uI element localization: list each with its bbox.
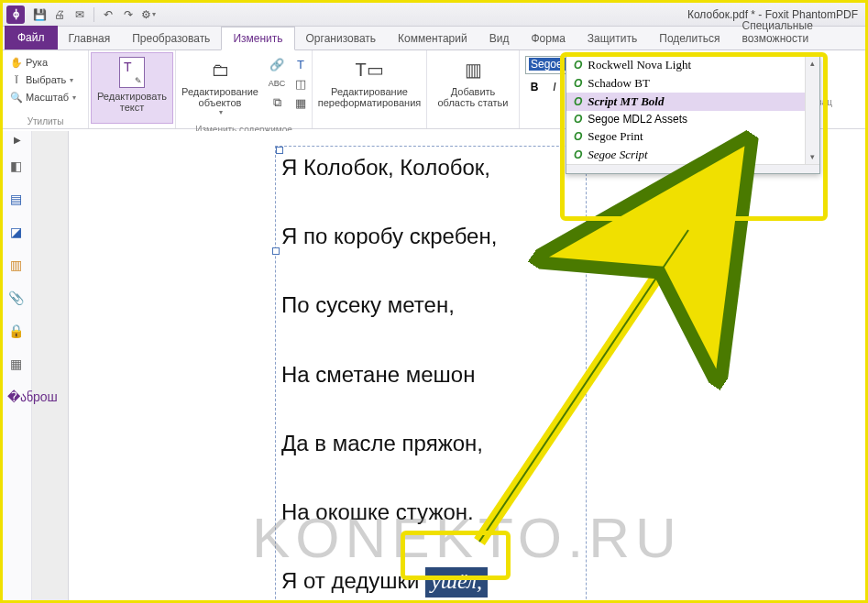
tab-главная[interactable]: Главная xyxy=(58,27,122,49)
qat-separator xyxy=(93,7,94,22)
tab-комментарий[interactable]: Комментарий xyxy=(387,27,478,49)
layers-panel-button[interactable]: ◪ xyxy=(7,225,24,241)
italic-button[interactable]: I xyxy=(545,78,564,96)
attachments-panel-button[interactable]: 📎 xyxy=(7,291,24,307)
side-toolstrip: ◧ ▤ ◪ ▥ 📎 🔒 ▦ �ანрош xyxy=(6,159,25,406)
tab-форма[interactable]: Форма xyxy=(520,27,576,49)
tab-специальные возможности[interactable]: Специальные возможности xyxy=(731,15,865,49)
shapes-tool-button[interactable]: ◫ xyxy=(291,75,310,92)
reflow-edit-icon: T▭ xyxy=(356,56,383,83)
qat-customize-button[interactable]: ⚙▾ xyxy=(139,5,158,24)
font-option[interactable]: OScript MT Bold xyxy=(566,93,819,111)
qat-redo-button[interactable]: ↷ xyxy=(119,5,137,24)
comments-panel-button[interactable]: ▥ xyxy=(7,258,24,274)
doc-line[interactable]: На окошке стужон. xyxy=(281,498,497,526)
document-page[interactable]: Я Колобок, Колобок,Я по коробу скребен,П… xyxy=(69,131,865,600)
font-option[interactable]: OSchadow BT xyxy=(566,74,819,93)
page-area[interactable]: Я Колобок, Колобок,Я по коробу скребен,П… xyxy=(32,131,865,600)
fields-panel-button[interactable]: ▦ xyxy=(7,356,24,373)
tool-zoom[interactable]: 🔍Масштаб▾ xyxy=(10,89,76,105)
qat-save-button[interactable]: 💾 xyxy=(30,5,49,24)
security-panel-button[interactable]: 🔒 xyxy=(7,323,24,340)
tab-поделиться[interactable]: Поделиться xyxy=(648,27,731,49)
doc-line[interactable]: На сметане мешон xyxy=(281,360,497,389)
dropdown-resize-handle[interactable]: ⋯ xyxy=(566,164,819,173)
font-option[interactable]: OSegoe Print xyxy=(566,127,819,146)
image-tool-button[interactable]: ▦ xyxy=(291,94,310,111)
opentype-icon: O xyxy=(574,95,582,108)
link-tool-button[interactable]: 🔗 xyxy=(268,56,286,72)
font-dropdown-list[interactable]: ORockwell Nova LightOSchadow BTOScript M… xyxy=(566,56,820,174)
tab-преобразовать[interactable]: Преобразовать xyxy=(121,27,221,49)
expand-nav-icon: ▶ xyxy=(14,135,21,145)
scroll-down-icon[interactable]: ▾ xyxy=(806,149,819,164)
signatures-panel-button[interactable]: �ანрош xyxy=(7,389,24,406)
add-article-area-icon: ▥ xyxy=(459,56,487,83)
font-option[interactable]: OSegoe Script xyxy=(566,146,819,164)
bookmarks-panel-button[interactable]: ◧ xyxy=(7,159,24,175)
opentype-icon: O xyxy=(574,130,582,143)
tab-изменить[interactable]: Изменить xyxy=(221,27,294,50)
add-article-area-button[interactable]: ▥ Добавить область статьи xyxy=(429,52,517,124)
bold-button[interactable]: B xyxy=(525,78,544,96)
workspace: ▶ Я Колобок, Колобок,Я по коробу скребен… xyxy=(3,131,865,600)
edit-objects-icon: 🗀 xyxy=(206,56,234,83)
font-option[interactable]: OSegoe MDL2 Assets xyxy=(566,111,819,127)
qat-mail-button[interactable]: ✉ xyxy=(71,5,89,24)
quick-access-toolbar: 💾 🖨 ✉ ↶ ↷ ⚙▾ xyxy=(30,5,158,24)
edit-text-button[interactable]: T ✎ Редактировать текст xyxy=(91,52,173,124)
tab-организовать[interactable]: Организовать xyxy=(295,27,388,49)
group-utilities-label: Утилиты xyxy=(10,115,81,128)
qat-print-button[interactable]: 🖨 xyxy=(50,5,69,24)
opentype-icon: O xyxy=(574,77,582,90)
doc-line[interactable]: Да в масле пряжон, xyxy=(281,429,497,457)
tab-вид[interactable]: Вид xyxy=(478,27,521,49)
opentype-icon: O xyxy=(574,113,582,126)
opentype-icon: O xyxy=(574,148,582,161)
doc-line[interactable]: По сусеку метен, xyxy=(281,291,497,319)
font-option[interactable]: ORockwell Nova Light xyxy=(566,56,819,74)
join-tool-button[interactable]: ⧉ xyxy=(268,94,286,111)
abc-tool-button[interactable]: ABC xyxy=(268,75,286,92)
edit-objects-button[interactable]: 🗀 Редактирование объектов▾ xyxy=(178,52,262,124)
selected-word[interactable]: ушёл, xyxy=(425,567,488,598)
tool-select[interactable]: ΪВыбрать▾ xyxy=(10,71,76,88)
edit-text-icon: T ✎ xyxy=(119,57,145,88)
text-tool-button[interactable]: T xyxy=(291,56,310,72)
opentype-icon: O xyxy=(574,59,582,71)
tab-защитить[interactable]: Защитить xyxy=(577,27,648,49)
document-text[interactable]: Я Колобок, Колобок,Я по коробу скребен,П… xyxy=(281,153,497,600)
ribbon-tabs: Файл ГлавнаяПреобразоватьИзменитьОрганиз… xyxy=(3,27,865,50)
doc-line[interactable]: Я Колобок, Колобок, xyxy=(281,153,497,181)
app-logo: ϕ xyxy=(6,5,25,24)
tab-file[interactable]: Файл xyxy=(5,26,58,49)
scroll-up-icon[interactable]: ▴ xyxy=(806,56,819,71)
tool-hand[interactable]: ✋Рука xyxy=(10,54,76,71)
doc-line[interactable]: Я по коробу скребен, xyxy=(281,222,497,250)
doc-line[interactable]: Я от дедушки ушёл, xyxy=(281,566,497,598)
qat-undo-button[interactable]: ↶ xyxy=(99,5,117,24)
reflow-edit-button[interactable]: T▭ Редактирование переформатирования xyxy=(314,52,424,124)
pages-panel-button[interactable]: ▤ xyxy=(7,192,24,208)
